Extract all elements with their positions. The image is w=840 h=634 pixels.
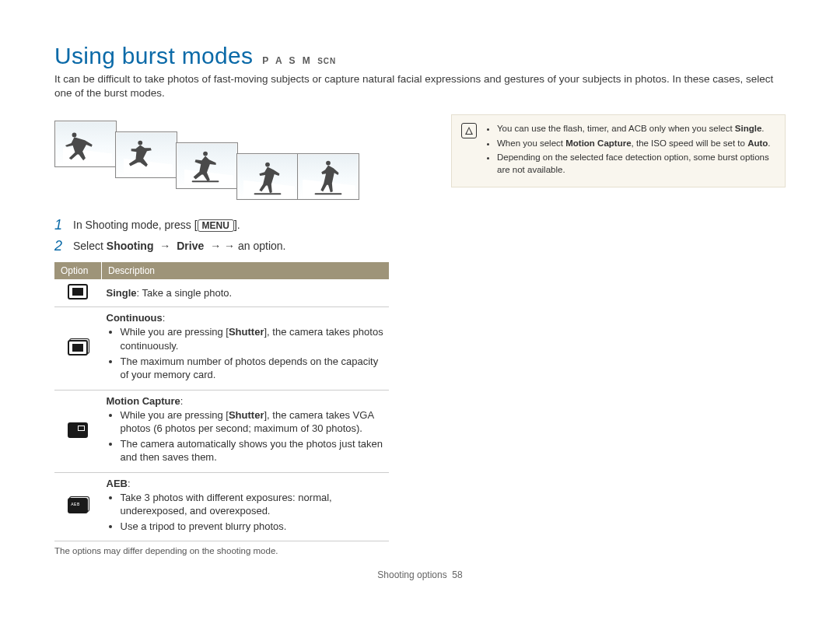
info-item-2: When you select Motion Capture, the ISO … (497, 138, 775, 150)
mode-scn: SCN (317, 57, 336, 65)
burst-sequence-figure (54, 121, 366, 206)
info-icon (461, 123, 477, 138)
table-row-continuous: Continuous: While you are pressing [Shut… (54, 307, 389, 390)
info-item-3: Depending on the selected face detection… (497, 152, 775, 176)
step-2-bold-shooting: Shooting (107, 240, 154, 252)
table-footnote: The options may differ depending on the … (54, 546, 397, 555)
continuous-icon (68, 340, 88, 356)
desc-continuous: Continuous: While you are pressing [Shut… (102, 307, 390, 390)
step-2: 2 Select Shooting → Drive → → an option. (54, 238, 397, 254)
page-title: Using burst modes (54, 43, 253, 69)
desc-single: Single: Take a single photo. (102, 279, 390, 307)
burst-frame-1 (54, 121, 117, 167)
info-box: You can use the flash, timer, and ACB on… (451, 114, 786, 187)
burst-frame-2 (115, 131, 177, 178)
single-icon (68, 284, 88, 299)
step-2-text-b: → an option. (224, 240, 285, 252)
menu-button-label: MENU (198, 219, 234, 232)
aeb-icon (68, 498, 88, 513)
step-2-text-a: Select (73, 240, 107, 252)
table-row-single: Single: Take a single photo. (54, 279, 389, 307)
svg-point-2 (203, 152, 208, 156)
svg-point-1 (138, 141, 142, 145)
step-1-number: 1 (54, 217, 65, 233)
step-1-text-b: ]. (234, 219, 240, 231)
svg-rect-5 (254, 194, 282, 195)
step-2-arrow-1: → (153, 240, 177, 252)
footer-page-number: 58 (452, 569, 462, 580)
svg-point-0 (72, 133, 77, 138)
svg-rect-7 (315, 194, 342, 195)
mode-letters: P A S M (262, 55, 313, 66)
svg-point-4 (265, 163, 270, 167)
options-table: Option Description Single: Take a single… (54, 262, 389, 541)
intro-text: It can be difficult to take photos of fa… (54, 72, 786, 100)
table-row-motion: Motion Capture: While you are pressing [… (54, 390, 389, 472)
info-item-1: You can use the flash, timer, and ACB on… (497, 123, 775, 135)
th-description: Description (102, 262, 390, 279)
desc-motion: Motion Capture: While you are pressing [… (102, 390, 390, 472)
page-footer: Shooting options 58 (54, 569, 786, 580)
step-2-number: 2 (54, 238, 65, 254)
table-row-aeb: AEB: Take 3 photos with different exposu… (54, 472, 389, 541)
step-1: 1 In Shooting mode, press [MENU]. (54, 217, 397, 233)
th-option: Option (54, 262, 102, 279)
svg-point-6 (326, 161, 331, 166)
step-1-text-a: In Shooting mode, press [ (73, 219, 198, 231)
motion-capture-icon (68, 422, 88, 438)
burst-frame-3 (176, 142, 238, 189)
desc-aeb: AEB: Take 3 photos with different exposu… (102, 472, 390, 541)
mode-indicators: P A S M SCN (262, 55, 336, 66)
burst-frame-4 (236, 153, 299, 200)
burst-frame-5 (297, 153, 359, 200)
svg-rect-3 (192, 181, 219, 183)
step-2-bold-drive: Drive (177, 240, 204, 252)
footer-section: Shooting options (377, 569, 446, 580)
